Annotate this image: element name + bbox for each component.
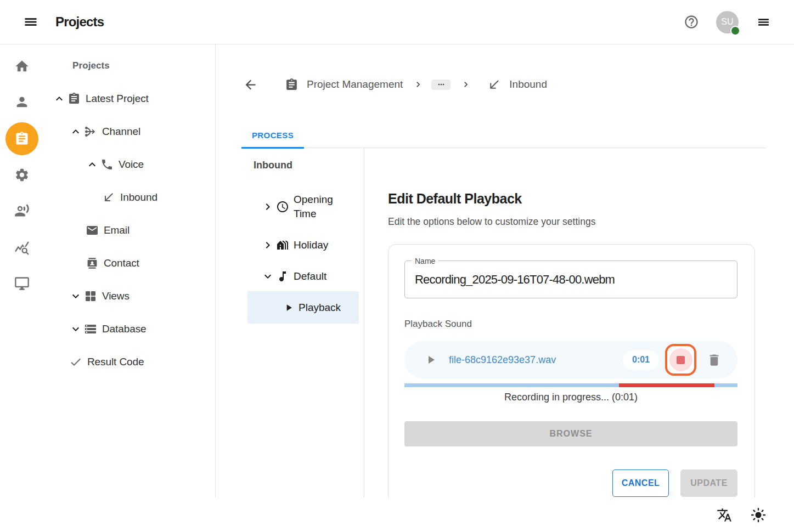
progress-segment-buffer	[404, 383, 619, 387]
rail-desktop-icon[interactable]	[14, 276, 30, 291]
stop-recording-button[interactable]	[665, 344, 696, 376]
recording-progress-bar	[404, 383, 737, 387]
brightness-icon[interactable]	[751, 507, 766, 523]
back-arrow-icon[interactable]	[243, 77, 258, 92]
music-note-icon	[276, 270, 289, 283]
breadcrumb-root-label: Project Management	[307, 78, 403, 90]
tree-item-database[interactable]: Database	[44, 313, 215, 346]
expand-icon[interactable]	[69, 290, 82, 303]
tree-item-result-code[interactable]: Result Code	[44, 346, 215, 378]
avatar[interactable]: SU	[716, 11, 739, 33]
presence-dot	[730, 26, 740, 36]
tab-label: PROCESS	[252, 131, 294, 140]
tree-item-latest-project[interactable]: Latest Project	[44, 82, 215, 115]
edit-card: Name Recording_2025-09-16T07-48-00.webm …	[388, 244, 755, 497]
tree-item-email[interactable]: Email	[44, 214, 215, 247]
process-section: Inbound Opening Time Holiday	[241, 148, 766, 497]
help-icon[interactable]	[684, 14, 699, 30]
progress-segment-recording	[619, 383, 714, 387]
tab-bar: PROCESS	[241, 122, 766, 148]
audio-player: file-68c9162e93e37.wav 0:01	[404, 341, 737, 378]
tree-item-label: Inbound	[120, 191, 157, 203]
project-tree: Latest Project Channel Voice Inbound	[44, 82, 215, 378]
process-item-default[interactable]: Default	[241, 261, 364, 291]
appbar: Projects SU	[0, 0, 794, 44]
panel-subtitle: Edit the options below to customize your…	[388, 216, 755, 228]
call-icon	[100, 158, 114, 171]
rail-settings-icon[interactable]	[14, 167, 30, 183]
app-body: Projects Latest Project Channel Voice	[0, 44, 794, 497]
storage-icon	[84, 322, 97, 336]
assignment-icon	[285, 78, 299, 92]
call-received-icon	[102, 191, 115, 204]
project-sidebar: Projects Latest Project Channel Voice	[44, 44, 216, 497]
collapse-icon[interactable]	[86, 158, 99, 171]
progress-segment-rest	[714, 383, 737, 387]
tree-item-voice[interactable]: Voice	[44, 148, 215, 181]
tree-item-label: Result Code	[87, 356, 144, 368]
audio-file-link[interactable]: file-68c9162e93e37.wav	[449, 354, 556, 366]
update-button[interactable]: UPDATE	[680, 469, 737, 497]
translate-icon[interactable]	[717, 507, 732, 523]
chevron-right-icon	[413, 79, 424, 90]
process-item-holiday[interactable]: Holiday	[241, 229, 364, 261]
recording-status: Recording in progress... (0:01)	[404, 392, 737, 403]
contact-card-icon	[86, 257, 99, 270]
browse-button[interactable]: BROWSE	[404, 421, 737, 446]
collapse-icon[interactable]	[69, 125, 82, 138]
right-menu-icon[interactable]	[757, 15, 770, 29]
main-content: Project Management Inbound PROCESS I	[216, 44, 794, 497]
process-tree: Opening Time Holiday Default	[241, 185, 364, 324]
assignment-icon	[67, 92, 81, 105]
call-received-icon	[487, 78, 501, 92]
breadcrumb-item-current[interactable]: Inbound	[487, 78, 547, 92]
tree-item-label: Voice	[119, 159, 144, 171]
rail-person-icon[interactable]	[14, 94, 30, 110]
collapse-icon[interactable]	[53, 92, 66, 105]
process-item-label: Default	[294, 269, 326, 284]
tree-item-label: Email	[104, 224, 129, 236]
name-field-value[interactable]: Recording_2025-09-16T07-48-00.webm	[415, 273, 615, 287]
grid-view-icon	[84, 290, 97, 303]
rail-record-voice-icon[interactable]	[14, 203, 30, 218]
time-badge: 0:01	[623, 350, 659, 370]
tab-process[interactable]: PROCESS	[241, 122, 304, 148]
edit-panel: Edit Default Playback Edit the options b…	[364, 148, 766, 497]
chevron-right-icon[interactable]	[261, 200, 274, 213]
expand-icon[interactable]	[69, 322, 82, 336]
chevron-right-icon	[460, 79, 471, 90]
tree-item-label: Database	[102, 323, 147, 335]
schedule-icon	[276, 200, 289, 213]
play-icon[interactable]	[424, 353, 437, 366]
tree-item-inbound[interactable]: Inbound	[44, 181, 215, 214]
process-sidebar: Inbound Opening Time Holiday	[241, 148, 364, 497]
action-buttons: CANCEL UPDATE	[404, 469, 737, 497]
tree-item-label: Views	[102, 290, 129, 302]
delete-icon[interactable]	[707, 353, 722, 367]
rail-query-stats-icon[interactable]	[14, 240, 30, 256]
email-icon	[86, 224, 99, 237]
rail-assignment-icon-active[interactable]	[5, 122, 38, 155]
rail-home-icon[interactable]	[14, 59, 30, 74]
chevron-down-icon[interactable]	[261, 270, 274, 283]
icon-rail	[0, 44, 44, 497]
chevron-right-icon[interactable]	[261, 239, 274, 252]
check-icon	[69, 355, 82, 369]
name-field[interactable]: Name Recording_2025-09-16T07-48-00.webm	[404, 261, 737, 298]
name-field-label: Name	[412, 256, 438, 267]
breadcrumb-item-root[interactable]: Project Management	[285, 78, 403, 92]
process-item-opening-time[interactable]: Opening Time	[241, 185, 364, 229]
process-item-playback[interactable]: Playback	[247, 291, 359, 324]
process-item-label: Opening Time	[294, 193, 344, 221]
tree-item-label: Channel	[102, 126, 140, 138]
panel-title: Edit Default Playback	[388, 191, 755, 207]
tree-item-channel[interactable]: Channel	[44, 115, 215, 148]
tree-item-views[interactable]: Views	[44, 280, 215, 313]
cancel-button[interactable]: CANCEL	[612, 469, 669, 497]
process-header: Inbound	[254, 158, 364, 172]
menu-icon[interactable]	[23, 14, 38, 30]
breadcrumb-collapsed-button[interactable]	[431, 80, 451, 90]
breadcrumb-current-label: Inbound	[509, 78, 547, 90]
tree-item-contact[interactable]: Contact	[44, 247, 215, 280]
app: Projects SU Projects Late	[0, 0, 794, 532]
